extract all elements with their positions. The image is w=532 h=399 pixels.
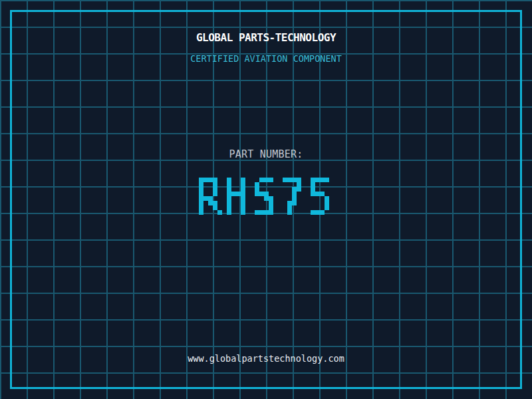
certification-subtitle: CERTIFIED AVIATION COMPONENT (0, 53, 532, 64)
company-name: GLOBAL PARTS-TECHNOLOGY (0, 32, 532, 44)
certificate-screen: GLOBAL PARTS-TECHNOLOGY CERTIFIED AVIATI… (0, 0, 532, 399)
part-number-value (0, 173, 532, 229)
part-number-label: PART NUMBER: (0, 149, 532, 160)
website-url: www.globalpartstechnology.com (0, 353, 532, 364)
